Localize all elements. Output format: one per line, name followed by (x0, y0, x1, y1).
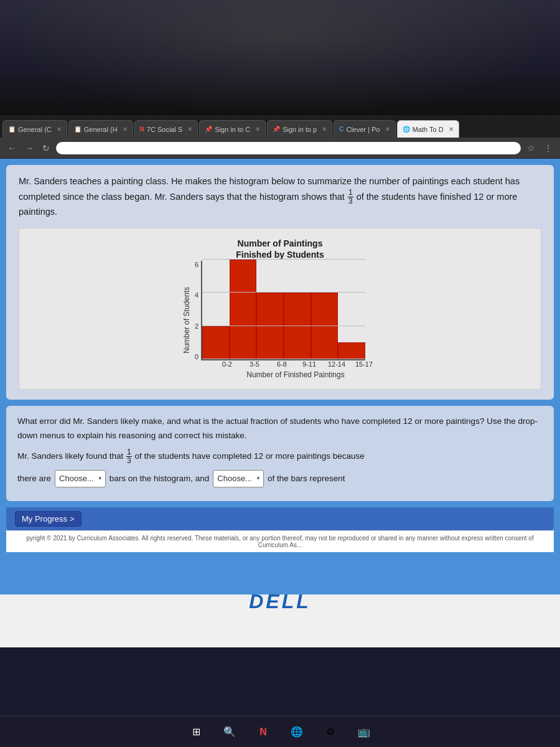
footer: pyright © 2021 by Curriculum Associates.… (6, 530, 554, 552)
answer-text-bars: bars on the histogram, and (110, 472, 210, 486)
x-label-9-11: 9-11 (296, 360, 323, 368)
address-bar: ← → ↻ dy.com/student/dashboard/home ☆ ⋮ (0, 138, 560, 159)
x-label-6-8: 6-8 (268, 360, 296, 368)
dell-logo-area: DELL (0, 594, 560, 647)
back-button[interactable]: ← (5, 142, 19, 154)
answer-text-there-are: there are (17, 472, 51, 486)
chart-title-line1: Number of Paintings (238, 238, 323, 248)
dropdown-bars-represent[interactable]: Choose... (213, 470, 264, 487)
tab-close-icon[interactable]: ✕ (123, 126, 128, 133)
taskbar-windows-button[interactable]: ⊞ (184, 720, 208, 745)
problem-card: Mr. Sanders teaches a painting class. He… (6, 165, 554, 400)
answer-line1: Mr. Sanders likely found that 13 of the … (17, 448, 543, 465)
my-progress-row: My Progress > (6, 507, 554, 530)
settings-icon: ⚙ (326, 726, 335, 738)
x-axis-labels: 0-2 3-5 6-8 9-11 12-14 15-17 (213, 360, 378, 368)
tab-sign-in-p[interactable]: 📌 Sign in to p ✕ (267, 120, 332, 138)
question-paragraph: What error did Mr. Sanders likely make, … (17, 415, 543, 443)
tab-close-icon[interactable]: ✕ (187, 126, 192, 133)
answer-text-line1b: of the students have completed 12 or mor… (133, 451, 365, 461)
tab-7c-social[interactable]: N 7C Social S ✕ (134, 120, 198, 138)
content-area: Mr. Sanders teaches a painting class. He… (0, 159, 560, 594)
bar-15-17 (338, 342, 365, 359)
search-icon: 🔍 (223, 726, 236, 738)
tab-icon: 📌 (205, 126, 212, 133)
x-axis-title: Number of Finished Paintings (213, 370, 378, 379)
y-axis-label: Number of Students (182, 287, 191, 354)
taskbar-tv[interactable]: 📺 (352, 720, 376, 745)
answer-line2: there are Choose... bars on the histogra… (17, 470, 543, 487)
my-progress-arrow: > (70, 514, 75, 524)
tab-label: Sign in to C (215, 126, 250, 133)
x-label-0-2: 0-2 (213, 360, 241, 368)
my-progress-button[interactable]: My Progress > (15, 511, 82, 527)
tab-label: Math To D (413, 126, 444, 133)
tab-icon: C (339, 126, 343, 133)
refresh-button[interactable]: ↻ (40, 142, 52, 154)
tab-general-c[interactable]: 📋 General (C ✕ (2, 120, 67, 138)
footer-text: pyright © 2021 by Curriculum Associates.… (26, 535, 533, 548)
tab-close-icon[interactable]: ✕ (449, 126, 454, 133)
taskbar-search[interactable]: 🔍 (217, 720, 242, 745)
browser-icon: 🌐 (291, 726, 303, 738)
tab-icon: 🌐 (403, 126, 410, 133)
tab-close-icon[interactable]: ✕ (57, 126, 62, 133)
bar-6-8 (256, 293, 284, 359)
tab-clever[interactable]: C Clever | Po ✕ (334, 120, 395, 138)
x-label-12-14: 12-14 (323, 360, 350, 368)
x-label-15-17: 15-17 (350, 360, 378, 368)
bar-0-2 (202, 326, 230, 359)
tab-label: Clever | Po (346, 126, 380, 133)
tab-icon: 📋 (74, 126, 82, 133)
tab-label: General (C (18, 126, 52, 133)
tab-math[interactable]: 🌐 Math To D ✕ (397, 120, 459, 138)
tab-close-icon[interactable]: ✕ (322, 126, 327, 133)
bookmark-icon[interactable]: ☆ (525, 142, 538, 154)
answer-text-line1a: Mr. Sanders likely found that (17, 451, 126, 461)
my-progress-label: My Progress (22, 514, 67, 524)
app-n-icon: N (259, 726, 267, 738)
answer-text-of-bars: of the bars represent (268, 472, 345, 486)
answer-fraction: 13 (126, 448, 132, 465)
tab-label: General (H (84, 126, 118, 133)
tab-label: Sign in to p (282, 126, 317, 133)
bar-12-14 (311, 293, 338, 359)
taskbar: ⊞ 🔍 N 🌐 ⚙ 📺 (0, 716, 560, 747)
tv-icon: 📺 (358, 726, 370, 738)
chart-container: Number of Paintings Finished by Students… (19, 228, 541, 390)
tab-icon: 📌 (273, 126, 280, 133)
tab-label: 7C Social S (147, 126, 182, 133)
tab-close-icon[interactable]: ✕ (255, 126, 260, 133)
tab-icon: 📋 (8, 126, 16, 133)
y-ticks: 6 4 2 0 (195, 261, 201, 360)
tab-general-h[interactable]: 📋 General (H ✕ (68, 120, 133, 138)
chart-y-axis-wrapper: Number of Students 6 4 2 0 (182, 261, 378, 379)
taskbar-browser[interactable]: 🌐 (284, 720, 309, 745)
taskbar-settings[interactable]: ⚙ (318, 720, 343, 745)
chart-title-line2: Finished by Students (236, 250, 324, 260)
tab-sign-in-c[interactable]: 📌 Sign in to C ✕ (199, 120, 266, 138)
bar-3-5 (230, 260, 257, 359)
problem-text: Mr. Sanders teaches a painting class. He… (19, 175, 541, 219)
top-photo-area (0, 0, 560, 115)
histogram-bars (201, 261, 365, 360)
windows-icon: ⊞ (192, 726, 200, 738)
dropdown-bars-count[interactable]: Choose... (55, 470, 106, 487)
tab-bar: 📋 General (C ✕ 📋 General (H ✕ N 7C Socia… (0, 115, 560, 138)
forward-button[interactable]: → (22, 142, 36, 154)
taskbar-app-n[interactable]: N (251, 720, 276, 745)
bar-9-11 (284, 293, 311, 359)
dell-logo: DELL (249, 590, 311, 613)
address-input[interactable]: dy.com/student/dashboard/home (56, 142, 521, 154)
menu-icon[interactable]: ⋮ (541, 142, 555, 154)
tab-icon: N (140, 126, 144, 133)
fraction-display: 13 (348, 189, 353, 205)
question-text: What error did Mr. Sanders likely make, … (17, 415, 543, 487)
browser-chrome: 📋 General (C ✕ 📋 General (H ✕ N 7C Socia… (0, 115, 560, 159)
x-label-3-5: 3-5 (241, 360, 268, 368)
question-card: What error did Mr. Sanders likely make, … (6, 406, 554, 501)
tab-close-icon[interactable]: ✕ (385, 126, 390, 133)
